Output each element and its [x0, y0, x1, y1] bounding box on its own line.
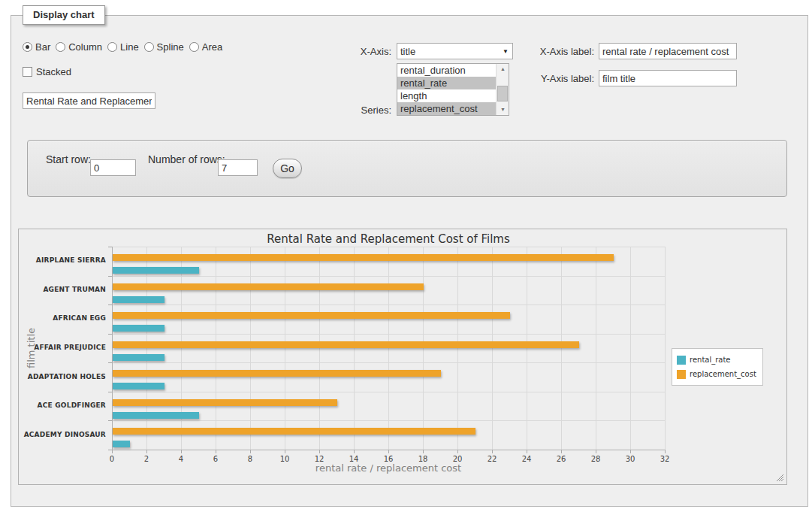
gridline-v	[561, 247, 562, 450]
series-option-replacement_cost[interactable]: replacement_cost	[397, 102, 497, 115]
xaxis-select[interactable]: title ▼	[397, 43, 513, 59]
yaxis-label-field-label: Y-Axis label:	[524, 73, 594, 84]
bar-replacement_cost	[113, 399, 337, 406]
start-row-input[interactable]	[90, 159, 136, 176]
gridline-v	[665, 247, 666, 450]
gridline-h	[112, 420, 665, 421]
series-scrollbar[interactable]: ▲ ▼	[496, 64, 509, 115]
category-label: AGENT TRUMAN	[19, 286, 106, 293]
radio-icon[interactable]	[189, 42, 199, 52]
gridline-v	[423, 247, 424, 450]
gridline-h	[112, 276, 665, 277]
category-label: ACADEMY DINOSAUR	[19, 431, 106, 438]
chart-type-radios: BarColumnLineSplineArea	[23, 41, 222, 53]
bar-rental_rate	[113, 412, 199, 419]
bar-rental_rate	[113, 441, 130, 447]
xaxis-line	[112, 450, 666, 450]
bar-rental_rate	[113, 354, 165, 361]
chart-type-label: Area	[202, 41, 222, 53]
radio-icon[interactable]	[56, 42, 65, 52]
series-options: rental_durationrental_ratelengthreplacem…	[397, 64, 509, 115]
legend-item-rental_rate[interactable]: rental_rate	[677, 353, 756, 367]
gridline-v	[527, 247, 527, 450]
fieldset-legend-title: Display chart	[23, 5, 105, 25]
gridline-v	[216, 247, 216, 450]
bar-replacement_cost	[113, 312, 510, 319]
bar-rental_rate	[113, 383, 165, 389]
bar-rental_rate	[113, 325, 165, 332]
category-label: AIRPLANE SIERRA	[19, 256, 106, 264]
category-label: AFRICAN EGG	[19, 314, 106, 322]
xaxis-label-input[interactable]	[599, 43, 737, 59]
chart-type-label: Column	[68, 41, 102, 53]
scroll-down-icon[interactable]: ▼	[497, 105, 509, 115]
series-option-rental_rate[interactable]: rental_rate	[397, 77, 497, 89]
gridline-v	[596, 247, 596, 450]
bar-replacement_cost	[113, 370, 441, 377]
radio-icon[interactable]	[23, 42, 32, 52]
chart-title: Rental Rate and Replacement Cost of Film…	[112, 232, 665, 246]
series-select-label: Series:	[323, 105, 391, 116]
stacked-checkbox[interactable]	[23, 67, 32, 77]
num-rows-label: Number of rows:	[148, 153, 225, 165]
gridline-v	[250, 247, 251, 450]
gridline-v	[285, 247, 285, 450]
legend-item-replacement_cost[interactable]: replacement_cost	[677, 367, 756, 381]
scrollbar-thumb[interactable]	[497, 86, 508, 101]
gridline-v	[630, 247, 631, 450]
bar-replacement_cost	[113, 341, 579, 348]
go-button[interactable]: Go	[273, 159, 302, 178]
chart-type-label: Line	[120, 41, 139, 53]
gridline-h	[112, 247, 665, 247]
bar-rental_rate	[113, 267, 199, 274]
gridline-h	[112, 304, 665, 305]
stacked-option[interactable]: Stacked	[23, 66, 71, 77]
gridline-h	[112, 362, 665, 363]
gridline-v	[388, 247, 389, 450]
bar-replacement_cost	[113, 428, 475, 435]
gridline-v	[457, 247, 458, 450]
num-rows-input[interactable]	[218, 159, 258, 176]
chart-legend: rental_ratereplacement_cost	[672, 348, 763, 386]
chart-type-column[interactable]: Column	[56, 41, 102, 53]
chart-type-spline[interactable]: Spline	[144, 41, 184, 53]
chart-type-label: Spline	[157, 41, 184, 53]
yaxis-label-input[interactable]	[599, 70, 737, 86]
legend-label: replacement_cost	[690, 370, 756, 378]
radio-icon[interactable]	[107, 42, 117, 52]
gridline-v	[492, 247, 493, 450]
chart-type-bar[interactable]: Bar	[23, 41, 50, 53]
gridline-v	[319, 247, 320, 450]
scroll-up-icon[interactable]: ▲	[497, 64, 509, 74]
chart-type-label: Bar	[35, 41, 50, 53]
chart-yaxis-title: film title	[26, 328, 37, 368]
bar-replacement_cost	[113, 254, 614, 261]
chart-type-area[interactable]: Area	[189, 41, 222, 53]
bar-replacement_cost	[113, 283, 424, 290]
legend-swatch-icon	[677, 370, 686, 379]
category-label: ACE GOLDFINGER	[19, 401, 106, 409]
xaxis-label-field-label: X-Axis label:	[524, 46, 594, 57]
gridline-h	[112, 334, 665, 335]
gridline-v	[146, 247, 147, 450]
chart-container: Rental Rate and Replacement Cost of Film…	[18, 229, 787, 485]
yaxis-line	[112, 247, 113, 450]
resize-grip-icon[interactable]	[776, 474, 784, 482]
series-multiselect[interactable]: rental_durationrental_ratelengthreplacem…	[397, 63, 509, 116]
category-label: ADAPTATION HOLES	[19, 373, 106, 380]
legend-swatch-icon	[677, 356, 686, 365]
xaxis-select-label: X-Axis:	[323, 46, 391, 57]
chart-xaxis-title: rental rate / replacement cost	[112, 462, 665, 474]
stacked-label: Stacked	[36, 66, 71, 77]
gridline-v	[181, 247, 182, 450]
bar-rental_rate	[113, 296, 165, 303]
chart-type-line[interactable]: Line	[107, 41, 139, 53]
series-option-rental_duration[interactable]: rental_duration	[397, 64, 497, 77]
row-controls-panel: Start row: Number of rows: Go	[27, 140, 787, 197]
radio-icon[interactable]	[144, 42, 154, 52]
chevron-down-icon: ▼	[503, 48, 509, 55]
chart-title-input[interactable]	[23, 92, 155, 109]
xaxis-selected-value: title	[400, 46, 415, 57]
series-option-length[interactable]: length	[397, 89, 497, 102]
start-row-label: Start row:	[46, 153, 91, 165]
